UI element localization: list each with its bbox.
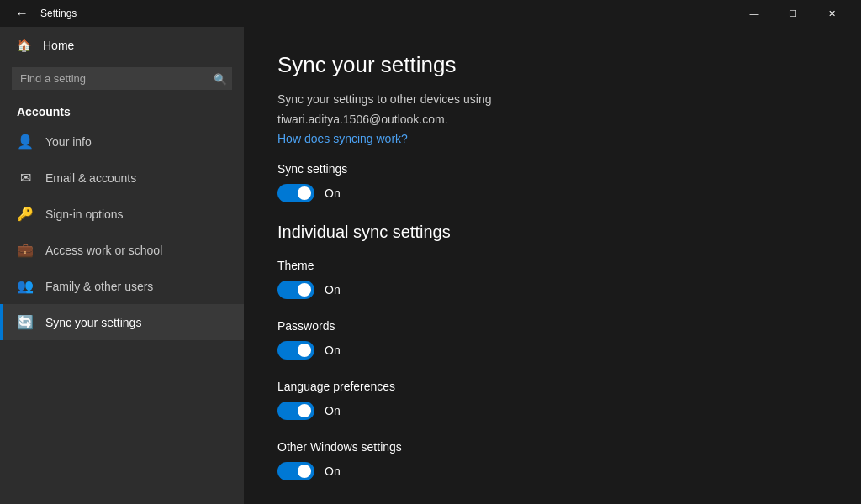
app-body: 🏠 Home 🔍 Accounts 👤 Your info ✉ Email & … [0, 27, 861, 504]
how-link[interactable]: How does syncing work? [277, 132, 408, 145]
sidebar-item-sync-settings[interactable]: 🔄 Sync your settings [0, 304, 244, 340]
window-controls: — ☐ ✕ [735, 0, 851, 27]
individual-section-title: Individual sync settings [277, 223, 827, 242]
minimize-icon: — [750, 8, 759, 18]
sync-desc-2: tiwari.aditya.1506@outlook.com. [277, 112, 827, 129]
theme-toggle[interactable] [277, 281, 314, 299]
email-accounts-label: Email & accounts [45, 171, 136, 185]
sync-toggle-knob [298, 186, 311, 200]
your-info-icon: 👤 [17, 134, 34, 150]
sync-icon: 🔄 [17, 314, 34, 330]
theme-toggle-row: On [277, 281, 827, 299]
your-info-label: Your info [45, 135, 92, 149]
windows-toggle-row: On [277, 462, 827, 480]
family-icon: 👥 [17, 278, 34, 294]
main-content: Sync your settings Sync your settings to… [244, 27, 861, 504]
access-work-icon: 💼 [17, 242, 34, 258]
family-label: Family & other users [45, 280, 153, 293]
close-button[interactable]: ✕ [812, 0, 851, 27]
sidebar: 🏠 Home 🔍 Accounts 👤 Your info ✉ Email & … [0, 27, 244, 504]
sidebar-item-family-users[interactable]: 👥 Family & other users [0, 268, 244, 304]
close-icon: ✕ [828, 8, 836, 19]
sync-settings-label: Sync settings [277, 162, 827, 176]
email-icon: ✉ [17, 170, 34, 186]
sync-toggle-row: On [277, 184, 827, 202]
sidebar-item-access-work[interactable]: 💼 Access work or school [0, 232, 244, 268]
sync-settings-label: Sync your settings [45, 316, 141, 329]
language-group: Language preferences On [277, 380, 827, 420]
language-toggle[interactable] [277, 402, 314, 420]
search-box: 🔍 [12, 67, 232, 90]
language-label: Language preferences [277, 380, 827, 393]
home-icon: 🏠 [17, 39, 31, 52]
sidebar-item-your-info[interactable]: 👤 Your info [0, 123, 244, 160]
passwords-group: Passwords On [277, 319, 827, 360]
maximize-icon: ☐ [789, 8, 797, 19]
passwords-label: Passwords [277, 319, 827, 333]
sync-toggle[interactable] [277, 184, 314, 202]
windows-toggle-knob [298, 465, 311, 478]
language-toggle-row: On [277, 402, 827, 420]
passwords-toggle[interactable] [277, 341, 314, 360]
language-toggle-value: On [325, 404, 341, 417]
passwords-toggle-value: On [325, 344, 341, 357]
section-label: Accounts [0, 97, 244, 123]
sign-in-icon: 🔑 [17, 206, 34, 222]
windows-toggle[interactable] [277, 462, 314, 480]
access-work-label: Access work or school [45, 244, 162, 257]
sync-settings-group: Sync settings On [277, 162, 827, 202]
passwords-toggle-knob [298, 344, 311, 357]
home-label: Home [43, 39, 74, 52]
passwords-toggle-row: On [277, 341, 827, 360]
windows-toggle-value: On [325, 465, 341, 478]
page-title: Sync your settings [277, 52, 827, 78]
language-toggle-knob [298, 404, 311, 417]
title-bar: ← Settings — ☐ ✕ [0, 0, 861, 27]
theme-toggle-knob [298, 283, 311, 297]
app-title: Settings [40, 8, 735, 19]
maximize-button[interactable]: ☐ [774, 0, 812, 27]
sidebar-item-sign-in[interactable]: 🔑 Sign-in options [0, 196, 244, 232]
sync-desc-1: Sync your settings to other devices usin… [277, 92, 827, 108]
sidebar-home[interactable]: 🏠 Home [0, 27, 244, 64]
windows-settings-group: Other Windows settings On [277, 440, 827, 480]
search-icon: 🔍 [214, 72, 227, 85]
back-button[interactable]: ← [10, 2, 34, 25]
search-input[interactable] [12, 67, 232, 90]
minimize-button[interactable]: — [735, 0, 774, 27]
theme-group: Theme On [277, 259, 827, 299]
windows-settings-label: Other Windows settings [277, 440, 827, 454]
sync-toggle-value: On [325, 186, 341, 200]
theme-toggle-value: On [325, 283, 341, 297]
back-icon: ← [15, 6, 29, 21]
sidebar-item-email-accounts[interactable]: ✉ Email & accounts [0, 160, 244, 196]
sign-in-label: Sign-in options [45, 207, 124, 221]
theme-label: Theme [277, 259, 827, 272]
